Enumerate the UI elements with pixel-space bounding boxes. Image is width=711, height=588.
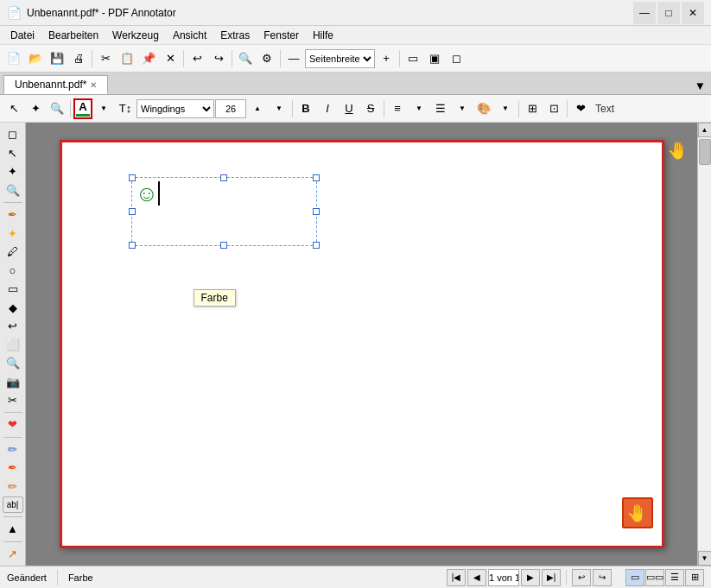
sidebar-crop-btn[interactable]: ✂ — [3, 392, 23, 409]
sidebar-pen2-btn[interactable]: ✏ — [3, 440, 23, 458]
handle-bottom-left[interactable] — [129, 242, 136, 249]
view-continuous-button[interactable]: ☰ — [665, 569, 684, 586]
pointer-btn[interactable]: ↖ — [3, 98, 24, 119]
view-button2[interactable]: ▣ — [424, 48, 445, 69]
settings-button[interactable]: ⚙ — [257, 48, 277, 69]
sidebar-photo-btn[interactable]: 📷 — [3, 373, 23, 390]
zoom-btn[interactable]: 🔍 — [47, 98, 67, 119]
extra-btn1[interactable]: ❤ — [570, 98, 591, 119]
ls-dropdown-btn[interactable]: ▼ — [452, 98, 473, 119]
new-button[interactable]: 📄 — [3, 48, 24, 69]
sidebar-select-btn[interactable]: ◻ — [3, 126, 23, 143]
zoom-select[interactable]: Seitenbreite — [305, 49, 375, 68]
hand-btn[interactable]: ✦ — [25, 98, 46, 119]
sidebar-textbox-btn[interactable]: ab| — [3, 496, 23, 514]
strikethrough-btn[interactable]: S — [360, 98, 381, 119]
redo-button[interactable]: ↪ — [208, 48, 229, 69]
insert-btn2[interactable]: ⊡ — [543, 98, 564, 119]
zoom-out-button[interactable]: — — [283, 48, 304, 69]
zoom-in-button[interactable]: + — [376, 48, 397, 69]
font-size-up-btn[interactable]: ▲ — [247, 98, 268, 119]
color2-dropdown-btn[interactable]: ▼ — [495, 98, 516, 119]
handle-middle-left[interactable] — [129, 208, 136, 215]
bold-btn[interactable]: B — [295, 98, 316, 119]
scroll-thumb[interactable] — [699, 139, 711, 165]
text-box-content[interactable]: ☺ — [132, 178, 316, 245]
sidebar-arrow3-btn[interactable]: ↗ — [3, 545, 23, 562]
align-left-btn[interactable]: ≡ — [387, 98, 408, 119]
forward-button[interactable]: ↪ — [593, 569, 612, 586]
handle-bottom-right[interactable] — [313, 242, 320, 249]
tab-unbenannt[interactable]: Unbenannt.pdf* ✕ — [3, 75, 108, 94]
paste-button[interactable]: 📌 — [138, 48, 159, 69]
open-button[interactable]: 📂 — [25, 48, 46, 69]
sidebar-heart-btn[interactable]: ❤ — [3, 416, 23, 433]
underline-btn[interactable]: U — [339, 98, 359, 119]
save-button[interactable]: 💾 — [47, 48, 67, 69]
handle-bottom-middle[interactable] — [220, 242, 227, 249]
menu-hilfe[interactable]: Hilfe — [306, 26, 340, 45]
copy-button[interactable]: 📋 — [117, 48, 137, 69]
prev-page-button[interactable]: ◀ — [467, 569, 486, 586]
tab-close-icon[interactable]: ✕ — [90, 80, 97, 90]
delete-button[interactable]: ✕ — [160, 48, 181, 69]
handle-top-left[interactable] — [129, 174, 136, 181]
back-button[interactable]: ↩ — [572, 569, 591, 586]
maximize-button[interactable]: □ — [657, 2, 680, 24]
close-button[interactable]: ✕ — [682, 2, 704, 24]
search-button[interactable]: 🔍 — [235, 48, 256, 69]
menu-werkzeug[interactable]: Werkzeug — [105, 26, 166, 45]
font-size-input[interactable] — [215, 99, 246, 118]
sidebar-search2-btn[interactable]: 🔍 — [3, 355, 23, 372]
handle-middle-right[interactable] — [313, 208, 320, 215]
view-single-button[interactable]: ▭ — [625, 569, 644, 586]
color-button[interactable]: A — [73, 98, 92, 119]
line-spacing-btn[interactable]: ☰ — [430, 98, 451, 119]
scroll-down-button[interactable]: ▼ — [698, 551, 712, 566]
undo-button[interactable]: ↩ — [187, 48, 207, 69]
sidebar-rect-btn[interactable]: ▭ — [3, 281, 23, 298]
menu-ansicht[interactable]: Ansicht — [166, 26, 213, 45]
print-button[interactable]: 🖨 — [68, 48, 89, 69]
tab-dropdown-button[interactable]: ▼ — [689, 78, 711, 94]
text-box[interactable]: ☺ — [131, 177, 317, 246]
font-select-btn[interactable]: T↕ — [115, 98, 136, 119]
menu-bearbeiten[interactable]: Bearbeiten — [41, 26, 105, 45]
color2-btn[interactable]: 🎨 — [473, 98, 494, 119]
sidebar-pen3-btn[interactable]: ✒ — [3, 459, 23, 477]
view-button1[interactable]: ▭ — [403, 48, 423, 69]
page-input[interactable] — [488, 569, 519, 586]
handle-top-right[interactable] — [313, 174, 320, 181]
scroll-up-button[interactable]: ▲ — [698, 123, 712, 137]
sidebar-pen4-btn[interactable]: ✏ — [3, 477, 23, 495]
cut-button[interactable]: ✂ — [95, 48, 116, 69]
insert-btn1[interactable]: ⊞ — [522, 98, 543, 119]
sidebar-shape-btn[interactable]: ○ — [3, 262, 23, 279]
scroll-track[interactable] — [698, 137, 711, 551]
sidebar-diamond-btn[interactable]: ◆ — [3, 299, 23, 316]
sidebar-highlight-btn[interactable]: ✦ — [3, 224, 23, 242]
minimize-button[interactable]: — — [633, 2, 656, 24]
italic-btn[interactable]: I — [317, 98, 338, 119]
sidebar-eraser-btn[interactable]: ⬜ — [3, 336, 23, 353]
sidebar-stamp-btn[interactable]: ▲ — [3, 521, 23, 538]
view-double-button[interactable]: ▭▭ — [645, 569, 664, 586]
first-page-button[interactable]: |◀ — [447, 569, 466, 586]
sidebar-pen-btn[interactable]: ✒ — [3, 206, 23, 224]
last-page-button[interactable]: ▶| — [542, 569, 561, 586]
menu-extras[interactable]: Extras — [213, 26, 257, 45]
align-dropdown-btn[interactable]: ▼ — [409, 98, 429, 119]
bottom-right-hand-button[interactable]: 🤚 — [622, 497, 653, 528]
menu-fenster[interactable]: Fenster — [257, 26, 306, 45]
sidebar-marker-btn[interactable]: 🖊 — [3, 243, 23, 261]
font-size-down-btn[interactable]: ▼ — [269, 98, 289, 119]
view-facing-button[interactable]: ⊞ — [685, 569, 704, 586]
sidebar-arrow-btn[interactable]: ↖ — [3, 145, 23, 162]
sidebar-star-btn[interactable]: ✦ — [3, 163, 23, 180]
menu-datei[interactable]: Datei — [3, 26, 41, 45]
color-dropdown-btn[interactable]: ▼ — [93, 98, 114, 119]
handle-top-middle[interactable] — [220, 174, 227, 181]
sidebar-arrow2-btn[interactable]: ↩ — [3, 318, 23, 335]
font-select[interactable]: Wingdings Arial Times New Roman Courier … — [136, 99, 214, 118]
view-button3[interactable]: ◻ — [446, 48, 467, 69]
